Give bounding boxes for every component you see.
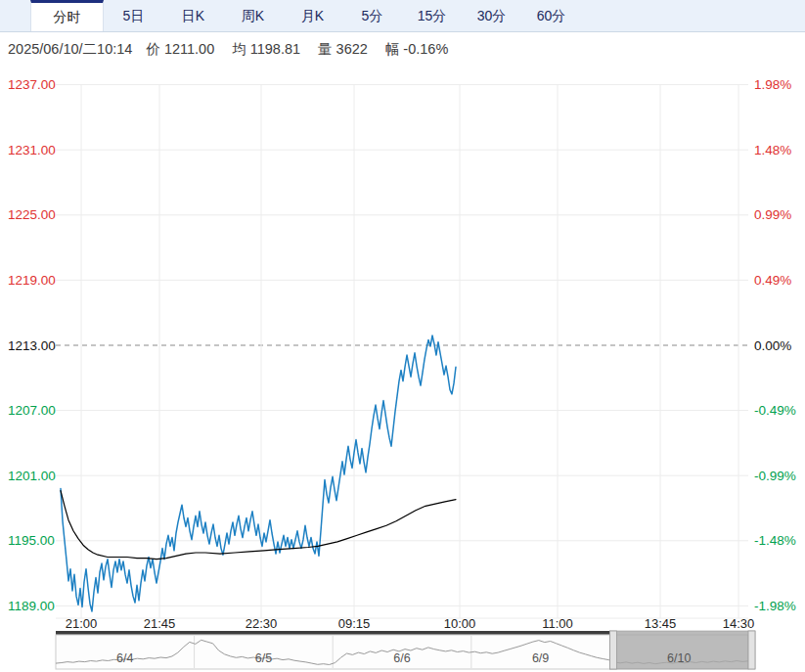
time-tick-label: 10:00 xyxy=(444,616,476,631)
percent-tick-label: 0.99% xyxy=(754,207,791,222)
avg-value: 1198.81 xyxy=(250,41,300,57)
volume-value: 3622 xyxy=(336,41,368,57)
date-navigator: 6/46/56/66/96/10 xyxy=(56,631,755,669)
tab-period-7[interactable]: 30分 xyxy=(462,0,521,31)
quote-info-bar: 2025/06/10/二10:14 价1211.00 均1198.81 量362… xyxy=(8,37,466,61)
nav-right-handle[interactable] xyxy=(748,631,755,669)
quote-change: 幅-0.16% xyxy=(385,40,452,59)
price-value: 1211.00 xyxy=(164,41,214,57)
navigator-date: 6/10 xyxy=(667,651,691,665)
change-value: -0.16% xyxy=(403,41,448,57)
price-tick-label: 1213.00 xyxy=(8,338,56,353)
time-tick-label: 21:45 xyxy=(144,616,176,631)
quote-datetime: 2025/06/10/二10:14 xyxy=(8,40,132,59)
price-tick-label: 1195.00 xyxy=(8,533,55,548)
volume-label: 量 xyxy=(318,41,333,57)
percent-tick-label: -0.49% xyxy=(754,403,796,418)
tab-period-8[interactable]: 60分 xyxy=(521,0,581,31)
price-label: 价 xyxy=(146,41,160,57)
time-tick-label: 22:30 xyxy=(246,616,278,631)
percent-tick-label: -1.48% xyxy=(754,533,796,548)
quote-volume: 量3622 xyxy=(318,40,372,59)
change-label: 幅 xyxy=(385,41,400,57)
percent-tick-label: 0.49% xyxy=(754,273,791,288)
price-line xyxy=(61,336,456,611)
tab-period-4[interactable]: 月K xyxy=(283,0,342,31)
intraday-chart-window: 1237.001231.001225.001219.001213.001207.… xyxy=(0,0,805,672)
tab-period-1[interactable]: 5日 xyxy=(104,0,163,31)
navigator-top-bar xyxy=(56,631,609,635)
navigator-date: 6/5 xyxy=(255,651,272,665)
price-tick-label: 1231.00 xyxy=(8,143,56,157)
price-tick-label: 1225.00 xyxy=(8,207,56,222)
price-tick-label: 1201.00 xyxy=(8,469,56,483)
percent-tick-label: -1.98% xyxy=(754,599,796,613)
quote-price: 价1211.00 xyxy=(146,40,218,59)
price-chart-canvas: 1237.001231.001225.001219.001213.001207.… xyxy=(0,0,805,672)
time-tick-label: 14:30 xyxy=(723,616,755,631)
tab-fenshi-selected[interactable]: 分时 xyxy=(30,0,104,31)
avg-label: 均 xyxy=(232,41,246,57)
tab-period-5[interactable]: 5分 xyxy=(342,0,402,31)
price-tick-label: 1237.00 xyxy=(8,77,56,92)
period-tab-bar: 分时5日日K周K月K5分15分30分60分 xyxy=(0,0,805,32)
gridlines xyxy=(56,85,748,618)
nav-left-handle[interactable] xyxy=(609,631,616,669)
percent-tick-label: -0.99% xyxy=(754,469,796,483)
price-tick-label: 1207.00 xyxy=(8,403,56,418)
percent-tick-label: 1.48% xyxy=(754,143,791,157)
time-tick-label: 09:15 xyxy=(338,616,371,631)
time-tick-label: 21:00 xyxy=(66,616,98,631)
quote-average: 均1198.81 xyxy=(232,40,304,59)
price-tick-label: 1219.00 xyxy=(8,273,56,288)
percent-tick-label: 0.00% xyxy=(754,338,791,353)
tab-period-2[interactable]: 日K xyxy=(163,0,223,31)
navigator-date: 6/4 xyxy=(116,651,133,665)
price-tick-label: 1189.00 xyxy=(8,599,55,613)
percent-tick-label: 1.98% xyxy=(754,77,791,92)
time-tick-label: 11:00 xyxy=(542,616,573,631)
price-axis-left: 1237.001231.001225.001219.001213.001207.… xyxy=(8,77,56,613)
tab-period-3[interactable]: 周K xyxy=(223,0,283,31)
time-tick-label: 13:45 xyxy=(645,616,677,631)
percent-axis-right: 1.98%1.48%0.99%0.49%0.00%-0.49%-0.99%-1.… xyxy=(754,77,796,613)
tab-period-6[interactable]: 15分 xyxy=(402,0,462,31)
navigator-date: 6/9 xyxy=(532,651,549,665)
navigator-date: 6/6 xyxy=(393,651,410,665)
